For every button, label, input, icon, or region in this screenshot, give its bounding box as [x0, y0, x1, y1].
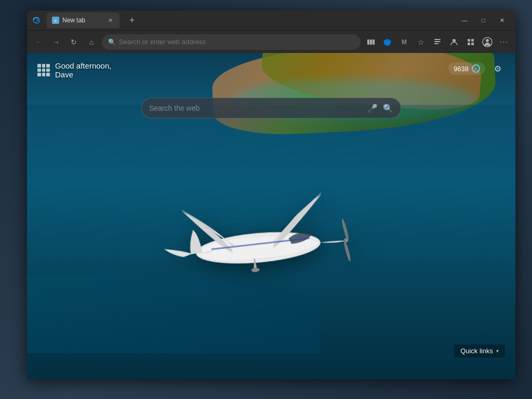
- svg-point-12: [486, 39, 489, 42]
- window-controls: — □ ✕: [455, 13, 511, 28]
- minimize-button[interactable]: —: [455, 13, 474, 28]
- new-tab-button[interactable]: +: [125, 13, 139, 28]
- browser-content: Good afternoon, Dave 9638 r ⚙: [27, 53, 515, 379]
- address-input-wrap[interactable]: 🔍: [102, 34, 361, 50]
- immersive-reader-icon[interactable]: [364, 35, 378, 49]
- greeting-text: Good afternoon, Dave: [55, 61, 111, 79]
- browser-window: e New tab ✕ + — □ ✕ ← → ↻ ⌂ 🔍: [27, 10, 515, 379]
- title-bar: e New tab ✕ + — □ ✕: [27, 10, 515, 30]
- reward-points-button[interactable]: 9638 r: [448, 62, 485, 75]
- svg-rect-2: [373, 39, 375, 45]
- tracking-prevention-icon[interactable]: [380, 35, 395, 49]
- svg-rect-1: [370, 39, 372, 45]
- svg-rect-7: [468, 39, 470, 42]
- forward-button[interactable]: →: [49, 35, 63, 49]
- content-spacer: [27, 124, 515, 379]
- tab-close-button[interactable]: ✕: [106, 16, 114, 24]
- browser-tab[interactable]: e New tab ✕: [47, 12, 119, 28]
- more-menu-icon[interactable]: ···: [497, 35, 511, 49]
- desktop: e New tab ✕ + — □ ✕ ← → ↻ ⌂ 🔍: [0, 0, 532, 399]
- quick-links-button[interactable]: Quick links ▾: [454, 344, 505, 357]
- svg-rect-8: [471, 39, 474, 42]
- refresh-button[interactable]: ↻: [66, 35, 81, 49]
- toolbar-icons: M ☆ ···: [364, 35, 511, 49]
- address-input[interactable]: [119, 38, 354, 46]
- microphone-icon[interactable]: 🎤: [367, 103, 378, 113]
- account-icon[interactable]: [480, 35, 495, 49]
- extensions-icon[interactable]: [463, 35, 478, 49]
- favorites-icon[interactable]: ☆: [414, 35, 428, 49]
- svg-rect-0: [367, 39, 369, 45]
- home-button[interactable]: ⌂: [84, 35, 99, 49]
- search-bar: 🎤 🔍: [141, 98, 401, 118]
- search-container: 🎤 🔍: [27, 92, 515, 124]
- svg-rect-5: [434, 43, 438, 44]
- settings-icon-button[interactable]: ⚙: [490, 61, 505, 76]
- newtab-topbar: Good afternoon, Dave 9638 r ⚙: [27, 53, 515, 87]
- svg-rect-9: [468, 43, 470, 45]
- reward-icon: r: [472, 64, 480, 73]
- newtab-overlay: Good afternoon, Dave 9638 r ⚙: [27, 53, 515, 379]
- tab-title: New tab: [62, 17, 103, 24]
- svg-point-6: [453, 39, 456, 42]
- collections-icon[interactable]: M: [397, 35, 411, 49]
- svg-rect-10: [471, 43, 474, 45]
- search-icon[interactable]: 🔍: [383, 103, 393, 113]
- title-bar-left: e New tab ✕ +: [31, 12, 139, 28]
- quick-links-area: Quick links ▾: [454, 344, 505, 357]
- top-right-actions: 9638 r ⚙: [448, 61, 505, 76]
- chevron-down-icon: ▾: [496, 348, 499, 354]
- search-input[interactable]: [149, 104, 362, 112]
- svg-rect-3: [434, 39, 441, 40]
- address-search-icon: 🔍: [108, 38, 116, 46]
- profile-icon[interactable]: [447, 35, 461, 49]
- apps-grid-icon[interactable]: [37, 64, 50, 76]
- edge-logo-icon: [31, 15, 42, 25]
- back-button[interactable]: ←: [31, 35, 46, 49]
- reading-list-icon[interactable]: [430, 35, 445, 49]
- tab-favicon-icon: e: [52, 17, 59, 24]
- address-bar: ← → ↻ ⌂ 🔍 M ☆: [27, 30, 515, 53]
- maximize-button[interactable]: □: [474, 13, 493, 28]
- close-button[interactable]: ✕: [493, 13, 511, 28]
- greeting-area: Good afternoon, Dave: [37, 61, 111, 79]
- svg-rect-4: [434, 41, 441, 42]
